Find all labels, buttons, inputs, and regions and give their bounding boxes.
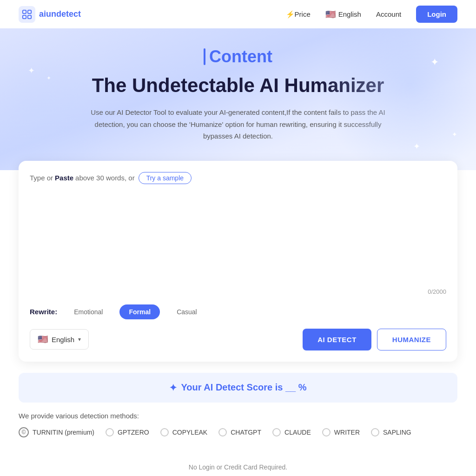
- main-card-wrapper: Type or Paste above 30 words, or Try a s…: [0, 161, 476, 362]
- method-claude[interactable]: CLAUDE: [272, 428, 311, 436]
- logo-text: aiundetect: [39, 9, 81, 19]
- action-row: 🇺🇸 English ▾ AI DETECT HUMANIZE: [30, 329, 446, 350]
- gptzero-radio[interactable]: [106, 428, 114, 436]
- language-selector[interactable]: 🇺🇸 English ▾: [30, 329, 89, 350]
- rewrite-label: Rewrite:: [30, 308, 57, 316]
- svg-rect-3: [28, 15, 31, 18]
- main-card: Type or Paste above 30 words, or Try a s…: [19, 161, 457, 362]
- hint-above: above 30 words, or: [75, 174, 135, 182]
- login-button[interactable]: Login: [416, 6, 457, 23]
- rewrite-emotional[interactable]: Emotional: [65, 304, 112, 319]
- sparkle-icon-1: ✦: [28, 66, 35, 76]
- word-count: 0/2000: [30, 288, 446, 295]
- svg-rect-1: [28, 10, 31, 13]
- hero-content-word: Content: [209, 47, 272, 66]
- sparkle-icon-5: ✦: [413, 141, 420, 152]
- nav-language[interactable]: 🇺🇸 English: [325, 9, 361, 20]
- sparkle-icon-4: ✦: [452, 131, 457, 138]
- writer-radio[interactable]: [322, 428, 331, 436]
- chevron-down-icon: ▾: [78, 336, 81, 343]
- detection-methods: © TURNITIN (premium) GPTZERO COPYLEAK CH…: [19, 427, 457, 437]
- chatgpt-radio[interactable]: [218, 428, 227, 436]
- detection-title: We provide various detection methods:: [19, 412, 457, 420]
- method-chatgpt[interactable]: CHATGPT: [218, 428, 261, 436]
- selector-lang-label: English: [52, 336, 74, 344]
- hero-description: Use our AI Detector Tool to evaluate you…: [89, 106, 387, 142]
- paste-button[interactable]: Paste: [55, 174, 73, 182]
- try-sample-button[interactable]: Try a sample: [139, 172, 192, 184]
- score-text: ✦ Your AI Detect Score is __ %: [30, 382, 446, 393]
- method-gptzero-label: GPTZERO: [118, 429, 149, 436]
- method-writer[interactable]: WRITER: [322, 428, 360, 436]
- rewrite-casual[interactable]: Casual: [167, 304, 206, 319]
- detection-section: We provide various detection methods: © …: [0, 403, 476, 456]
- score-bar: ✦ Your AI Detect Score is __ %: [19, 373, 457, 403]
- method-sapling-label: SAPLING: [383, 429, 411, 436]
- method-gptzero[interactable]: GPTZERO: [106, 428, 149, 436]
- method-copyleak-label: COPYLEAK: [172, 429, 207, 436]
- svg-rect-2: [23, 15, 26, 18]
- footer-note: No Login or Credit Card Required.: [0, 456, 476, 476]
- svg-rect-0: [23, 10, 26, 13]
- lang-label: English: [338, 10, 361, 18]
- method-writer-label: WRITER: [334, 429, 360, 436]
- hint-type: Type or: [30, 174, 53, 182]
- method-sapling[interactable]: SAPLING: [371, 428, 411, 436]
- action-buttons: AI DETECT HUMANIZE: [303, 329, 446, 350]
- claude-radio[interactable]: [272, 428, 281, 436]
- selector-flag: 🇺🇸: [38, 334, 48, 344]
- method-chatgpt-label: CHATGPT: [231, 429, 261, 436]
- logo[interactable]: aiundetect: [19, 6, 81, 23]
- header: aiundetect ⚡Price 🇺🇸 English Account Log…: [0, 0, 476, 28]
- method-copyleak[interactable]: COPYLEAK: [160, 428, 207, 436]
- hero-bar: [204, 48, 205, 65]
- hero-title: The Undetectable AI Humanizer: [19, 74, 457, 97]
- method-turnitin[interactable]: © TURNITIN (premium): [19, 427, 94, 437]
- nav-account[interactable]: Account: [376, 10, 401, 18]
- logo-icon: [19, 6, 35, 23]
- humanize-button[interactable]: HUMANIZE: [377, 329, 446, 350]
- rewrite-formal[interactable]: Formal: [119, 304, 160, 319]
- sparkle-icon-3: ✦: [430, 56, 439, 68]
- method-claude-label: CLAUDE: [284, 429, 311, 436]
- score-label: Your AI Detect Score is __ %: [181, 382, 306, 393]
- textarea-header: Type or Paste above 30 words, or Try a s…: [30, 172, 446, 184]
- sparkle-icon-2: ✦: [46, 75, 51, 81]
- hero-section: ✦ ✦ ✦ ✦ ✦ Content The Undetectable AI Hu…: [0, 28, 476, 170]
- sapling-radio[interactable]: [371, 428, 379, 436]
- turnitin-premium-icon: ©: [19, 427, 29, 437]
- score-icon: ✦: [169, 382, 177, 393]
- flag-icon: 🇺🇸: [325, 9, 336, 20]
- copyleak-radio[interactable]: [160, 428, 169, 436]
- ai-detect-button[interactable]: AI DETECT: [303, 329, 371, 350]
- nav: ⚡Price 🇺🇸 English Account Login: [286, 6, 457, 23]
- content-input[interactable]: [30, 190, 446, 283]
- hero-content-label: Content: [204, 47, 272, 66]
- rewrite-row: Rewrite: Emotional Formal Casual: [30, 304, 446, 319]
- method-turnitin-label: TURNITIN (premium): [33, 429, 94, 436]
- nav-price[interactable]: ⚡Price: [286, 10, 311, 19]
